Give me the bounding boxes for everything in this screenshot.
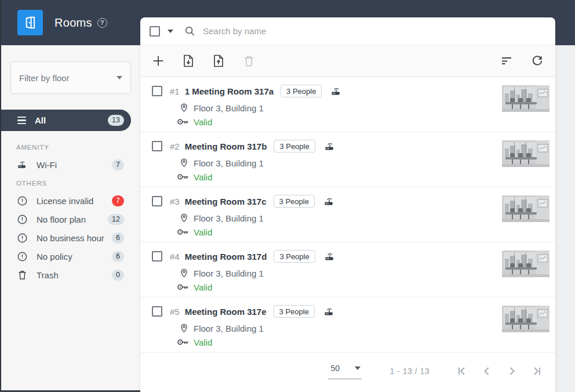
page-size-value: 50 — [330, 364, 340, 373]
sidebar-section-others: OTHERS — [16, 180, 140, 187]
location-pin-icon — [180, 323, 188, 333]
room-thumbnail — [502, 195, 549, 222]
help-icon[interactable]: ? — [97, 18, 107, 28]
sidebar-section-amenity: AMENITY — [16, 144, 140, 151]
chevron-down-icon — [355, 366, 361, 370]
rooms-panel: #1 1 Meeting Room 317a 3 People Floor 3,… — [140, 17, 555, 392]
first-page-button[interactable] — [456, 365, 468, 377]
sidebar-item[interactable]: No business hour 6 — [0, 228, 140, 247]
sidebar-item-label: Wi-Fi — [37, 160, 57, 170]
import-file-icon[interactable] — [182, 55, 195, 67]
sidebar-item-all[interactable]: All 13 — [0, 110, 131, 131]
count-badge: 0 — [112, 270, 124, 281]
wifi-router-icon — [323, 307, 334, 317]
room-list-item[interactable]: #3 Meeting Room 317c 3 People Floor 3, B… — [140, 187, 555, 242]
room-name: Meeting Room 317b — [185, 141, 267, 151]
room-name: 1 Meeting Room 317a — [185, 86, 274, 96]
filter-by-floor-select[interactable]: Filter by floor — [10, 61, 131, 94]
location-pin-icon — [180, 268, 188, 278]
room-index: #2 — [170, 141, 180, 151]
sidebar: Filter by floor All 13 AMENITY — [0, 45, 140, 392]
sidebar-item[interactable]: No floor plan 12 — [0, 210, 140, 228]
sidebar-item-label: License invalid — [37, 196, 93, 206]
alert-circle-icon — [16, 251, 28, 262]
license-status: Valid — [194, 282, 212, 292]
license-status: Valid — [194, 337, 212, 347]
count-badge: 12 — [108, 214, 124, 225]
license-key-icon — [177, 284, 189, 291]
row-checkbox[interactable] — [152, 86, 162, 96]
sidebar-item-label: No business hour — [37, 233, 104, 243]
capacity-badge: 3 People — [274, 140, 315, 153]
search-icon — [184, 26, 195, 37]
add-room-button[interactable] — [152, 55, 165, 67]
export-file-icon[interactable] — [212, 55, 225, 67]
search-input[interactable] — [203, 26, 546, 36]
selection-menu-caret-icon[interactable] — [168, 30, 173, 33]
row-checkbox[interactable] — [152, 196, 162, 206]
sidebar-item[interactable]: License invalid 7 — [0, 191, 140, 210]
page-title: Rooms ? — [54, 16, 107, 30]
capacity-badge: 3 People — [274, 250, 315, 263]
wifi-router-icon — [330, 86, 341, 96]
room-list-item[interactable]: #1 1 Meeting Room 317a 3 People Floor 3,… — [140, 77, 555, 132]
wifi-router-icon — [324, 252, 335, 262]
room-location: Floor 3, Building 1 — [194, 324, 264, 333]
room-thumbnail — [502, 306, 549, 332]
count-badge: 6 — [112, 251, 124, 262]
sidebar-item-label: No policy — [37, 252, 72, 262]
sidebar-item[interactable]: Trash 0 — [0, 266, 140, 284]
sidebar-item[interactable]: No policy 6 — [0, 247, 140, 266]
license-status: Valid — [194, 227, 212, 237]
room-location: Floor 3, Building 1 — [194, 213, 264, 223]
amenity-items: Wi-Fi 7 — [0, 155, 140, 174]
license-key-icon — [177, 228, 189, 235]
row-checkbox[interactable] — [152, 251, 162, 262]
location-pin-icon — [180, 103, 188, 113]
license-key-icon — [177, 339, 189, 346]
page-size-select[interactable]: 50 — [328, 364, 362, 379]
count-badge: 7 — [112, 195, 124, 206]
count-badge: 7 — [112, 159, 124, 170]
row-checkbox[interactable] — [152, 141, 162, 151]
location-pin-icon — [180, 158, 188, 168]
toolbar — [140, 45, 555, 77]
open-door-icon — [23, 15, 38, 30]
room-location: Floor 3, Building 1 — [194, 103, 264, 113]
wifi-router-icon — [16, 159, 28, 170]
room-name: Meeting Room 317e — [185, 307, 267, 317]
license-key-icon — [177, 173, 189, 180]
window-left-edge — [0, 0, 1, 392]
row-checkbox[interactable] — [152, 306, 162, 317]
room-index: #3 — [170, 197, 180, 206]
previous-page-button[interactable] — [481, 365, 493, 377]
count-badge: 6 — [112, 233, 124, 244]
room-list-item[interactable]: #4 Meeting Room 317d 3 People Floor 3, B… — [140, 242, 555, 297]
refresh-icon[interactable] — [531, 55, 544, 67]
sort-icon[interactable] — [501, 55, 514, 67]
sidebar-item[interactable]: Wi-Fi 7 — [0, 155, 140, 174]
room-location: Floor 3, Building 1 — [194, 158, 264, 168]
brand: Rooms ? — [17, 10, 107, 35]
sidebar-item-label: Trash — [37, 270, 59, 280]
room-thumbnail — [502, 85, 549, 112]
license-status: Valid — [194, 117, 212, 127]
next-page-button[interactable] — [506, 365, 518, 377]
pagination-range-label: 1 - 13 / 13 — [390, 366, 430, 376]
alert-circle-icon — [16, 213, 28, 225]
room-index: #4 — [170, 252, 180, 262]
room-location: Floor 3, Building 1 — [194, 268, 264, 278]
delete-trash-icon[interactable] — [242, 55, 255, 67]
last-page-button[interactable] — [531, 365, 543, 377]
capacity-badge: 3 People — [274, 305, 315, 318]
list-menu-icon — [17, 117, 26, 125]
license-status: Valid — [194, 172, 212, 182]
filter-by-floor-label: Filter by floor — [19, 73, 70, 83]
room-list-item[interactable]: #2 Meeting Room 317b 3 People Floor 3, B… — [140, 132, 555, 187]
select-all-checkbox[interactable] — [150, 26, 160, 37]
rooms-app-logo[interactable] — [17, 10, 43, 35]
room-list-item[interactable]: #5 Meeting Room 317e 3 People Floor 3, B… — [140, 297, 555, 353]
capacity-badge: 3 People — [281, 85, 322, 97]
room-list: #1 1 Meeting Room 317a 3 People Floor 3,… — [140, 77, 555, 353]
chevron-down-icon — [117, 76, 122, 79]
